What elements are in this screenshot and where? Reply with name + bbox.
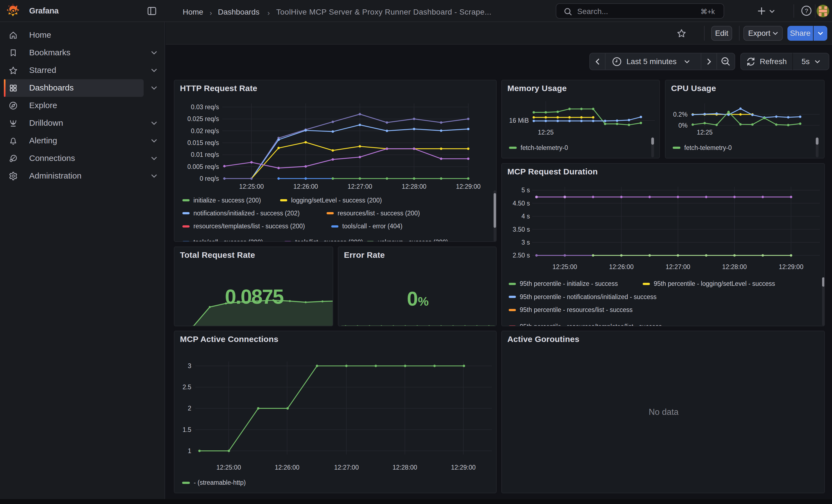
svg-text:1.5: 1.5	[182, 426, 191, 433]
svg-text:0.005 req/s: 0.005 req/s	[187, 163, 219, 170]
svg-text:12:26:00: 12:26:00	[609, 263, 634, 270]
svg-text:12:29:00: 12:29:00	[451, 464, 476, 471]
svg-text:2.5: 2.5	[182, 383, 191, 391]
svg-text:3 s: 3 s	[521, 239, 530, 246]
svg-text:12:26:00: 12:26:00	[293, 183, 318, 190]
svg-text:12:28:00: 12:28:00	[393, 464, 417, 471]
svg-text:4.50 s: 4.50 s	[513, 200, 530, 207]
svg-text:12:27:00: 12:27:00	[334, 464, 359, 471]
svg-text:12:29:00: 12:29:00	[456, 183, 480, 190]
svg-text:0.02 req/s: 0.02 req/s	[191, 127, 219, 135]
svg-text:5 s: 5 s	[521, 187, 530, 194]
svg-text:2: 2	[188, 405, 191, 412]
svg-text:12:29:00: 12:29:00	[779, 263, 803, 270]
svg-text:12:25:00: 12:25:00	[552, 263, 577, 270]
svg-text:3: 3	[188, 362, 191, 369]
svg-text:12:25:00: 12:25:00	[239, 183, 264, 190]
svg-text:2.50 s: 2.50 s	[513, 252, 530, 259]
svg-text:0%: 0%	[678, 122, 687, 129]
svg-text:0.01 req/s: 0.01 req/s	[191, 151, 219, 158]
svg-text:?: ?	[805, 7, 808, 14]
svg-text:12:25: 12:25	[538, 129, 554, 136]
svg-text:0.2%: 0.2%	[673, 111, 687, 118]
svg-text:3.50 s: 3.50 s	[513, 226, 530, 233]
svg-text:4 s: 4 s	[521, 213, 530, 220]
svg-text:12:27:00: 12:27:00	[347, 183, 372, 190]
svg-text:16 MiB: 16 MiB	[509, 117, 529, 124]
svg-text:12:28:00: 12:28:00	[722, 263, 747, 270]
svg-text:1: 1	[188, 447, 191, 454]
svg-text:0.025 req/s: 0.025 req/s	[187, 115, 219, 123]
svg-text:0.015 req/s: 0.015 req/s	[187, 139, 219, 147]
svg-text:12:28:00: 12:28:00	[402, 183, 426, 190]
svg-text:0 req/s: 0 req/s	[200, 175, 219, 182]
svg-text:12:26:00: 12:26:00	[275, 464, 300, 471]
svg-text:12:25:00: 12:25:00	[216, 464, 241, 471]
svg-text:0.03 req/s: 0.03 req/s	[191, 103, 219, 111]
svg-text:12:27:00: 12:27:00	[666, 263, 690, 270]
svg-text:12:25: 12:25	[697, 129, 712, 136]
